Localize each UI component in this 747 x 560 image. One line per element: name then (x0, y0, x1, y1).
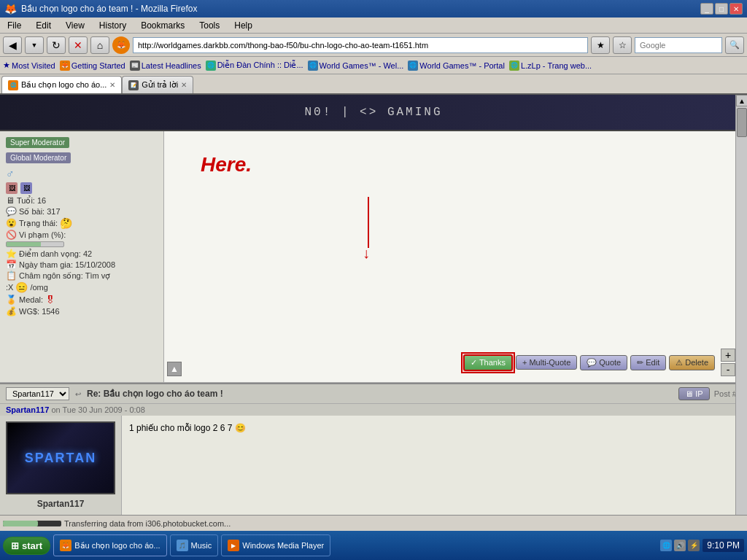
violation-fill (7, 242, 41, 246)
minimize-button[interactable]: _ (700, 3, 713, 15)
bookmark-dien-dan[interactable]: 🌐 Diễn Đàn Chính :: Diễ... (206, 61, 303, 71)
quote-icon: 💬 (587, 358, 597, 368)
bm-icon-2: 📰 (130, 61, 140, 71)
banner-text: N0! | <> GAMING (304, 106, 442, 119)
menu-help[interactable]: Help (231, 20, 255, 31)
status-text: Transferring data from i306.photobucket.… (64, 519, 231, 528)
calendar-icon: 📅 (6, 260, 17, 270)
loading-container (3, 521, 61, 526)
taskbar: ⊞ start 🦊 Bầu chọn logo cho áo... 🎵 Musi… (0, 531, 747, 560)
here-text: Here. (201, 153, 740, 176)
posts-icon: 💬 (6, 206, 17, 217)
tab-gui-tra-loi[interactable]: 📝 Gửi trả lời ✕ (122, 76, 193, 93)
tray-icon-1: 🌐 (660, 540, 672, 551)
menu-history[interactable]: History (96, 20, 129, 31)
home-button[interactable]: ⌂ (90, 36, 109, 54)
reload-button[interactable]: ↻ (47, 36, 66, 54)
tab-close-2[interactable]: ✕ (181, 81, 187, 89)
tray-icon-2: 🔊 (674, 540, 686, 551)
post-row-1: Super Moderator Global Moderator ♂ 🖼 🖼 🖥… (0, 131, 747, 383)
search-button[interactable]: 🔍 (725, 36, 744, 54)
bookmark-world-games-1[interactable]: 🌐 World Games™ - Wel... (308, 61, 404, 71)
bookmark-lzlp[interactable]: 🌐 L.zLp - Trang web... (509, 61, 592, 71)
loading-bar (3, 521, 38, 526)
bookmark-most-visited[interactable]: ★ Most Visited (3, 61, 55, 70)
tab-close-1[interactable]: ✕ (109, 81, 115, 89)
maximize-button[interactable]: □ (715, 3, 728, 15)
annotation-arrow-container: ↓ (361, 197, 370, 262)
stop-button[interactable]: ✕ (69, 36, 88, 54)
violation-bar (6, 241, 64, 247)
user-icon-2: 🖼 (20, 182, 32, 194)
status-icon: 😮 (6, 218, 17, 228)
violation-stat: 🚫 Vi phạm (%): (6, 230, 158, 240)
tray-icons: 🌐 🔊 ⚡ (660, 540, 700, 551)
search-input[interactable] (635, 37, 722, 53)
menu-bar: File Edit View History Bookmarks Tools H… (0, 18, 747, 34)
bm-icon-3: 🌐 (206, 61, 216, 71)
bookmark-getting-started[interactable]: 🦊 Getting Started (60, 61, 125, 71)
global-mod-badge: Global Moderator (6, 152, 71, 163)
minus-button[interactable]: - (721, 363, 735, 376)
menu-view[interactable]: View (63, 20, 88, 31)
post-avatar-area: SPARTAN Spartan117 (0, 416, 122, 515)
taskbar-item-firefox[interactable]: 🦊 Bầu chọn logo cho áo... (53, 534, 166, 556)
bookmarks-bar: ★ Most Visited 🦊 Getting Started 📰 Lates… (0, 57, 747, 74)
user-select[interactable]: Spartan117 (6, 387, 69, 400)
bookmark-world-games-portal[interactable]: 🌐 World Games™ - Portal (408, 61, 505, 71)
monitor-icon: 🖥 (6, 195, 15, 206)
menu-bookmarks[interactable]: Bookmarks (138, 20, 187, 31)
post-author-2[interactable]: Spartan117 (6, 405, 49, 414)
start-button[interactable]: ⊞ start (3, 537, 50, 555)
edit-button[interactable]: ✏ Edit (630, 355, 666, 370)
url-input[interactable] (133, 37, 588, 53)
honor-icon: ⭐ (6, 249, 17, 259)
post-title-2: Re: Bầu chọn logo cho áo team ! (87, 389, 223, 399)
taskbar-right: 🌐 🔊 ⚡ 9:10 PM (660, 539, 744, 552)
scroll-thumb[interactable] (737, 131, 747, 137)
menu-tools[interactable]: Tools (196, 20, 222, 31)
wg-icon: 💰 (6, 306, 17, 316)
menu-edit[interactable]: Edit (33, 20, 54, 31)
tray-icon-3: ⚡ (688, 540, 700, 551)
ip-button[interactable]: 🖥 IP (678, 387, 709, 400)
bookmark-star[interactable]: ★ (591, 36, 610, 54)
title-bar: 🦊 Bầu chọn logo cho áo team ! - Mozilla … (0, 0, 747, 18)
honor-stat: ⭐ Điểm danh vọng: 42 (6, 249, 158, 259)
tab-bau-chon[interactable]: 🌐 Bầu chọn logo cho áo... ✕ (1, 76, 122, 93)
multiquote-button[interactable]: + Multi-Quote (516, 355, 577, 370)
taskbar-item-media[interactable]: ▶ Windows Media Player (221, 534, 330, 556)
thanks-container: ✓ Thanks (463, 354, 513, 371)
bookmark-add[interactable]: ☆ (613, 36, 632, 54)
posts-stat: 💬 Số bài: 317 (6, 206, 158, 217)
close-button[interactable]: ✕ (729, 3, 743, 15)
emote-face: 😑 (15, 281, 28, 293)
quote-button[interactable]: 💬 Quote (580, 355, 627, 370)
bm-icon-1: 🦊 (60, 61, 70, 71)
status-stat: 😮 Trạng thái: 🤔 (6, 217, 158, 229)
post2-content: 1 phiếu cho mỗi logo 2 6 7 😊 (122, 416, 747, 515)
tab-icon-1: 🌐 (8, 80, 18, 90)
system-clock: 9:10 PM (703, 539, 744, 552)
page-content: N0! | <> GAMING Super Moderator Global M… (0, 95, 747, 515)
star-icon: ★ (3, 61, 10, 70)
thanks-button[interactable]: ✓ Thanks (463, 354, 513, 371)
browser-icon: 🦊 (4, 3, 17, 15)
motto-stat: 📋 Châm ngôn sống: Tìm vợ (6, 271, 158, 281)
bookmark-headlines[interactable]: 📰 Latest Headlines (130, 61, 201, 71)
user-icon-1: 🖼 (6, 182, 18, 194)
window-title: Bầu chọn logo cho áo team ! - Mozilla Fi… (21, 4, 197, 14)
plus-button[interactable]: + (721, 349, 735, 362)
post-header-2: Spartan117 ↩ Re: Bầu chọn logo cho áo te… (0, 384, 747, 404)
menu-file[interactable]: File (4, 20, 24, 31)
scrollbar[interactable]: ▲ (735, 131, 747, 383)
delete-button[interactable]: ⚠ Delete (669, 355, 715, 370)
back-button[interactable]: ◀ (3, 36, 22, 54)
collapse-btn-area: ▲ (167, 362, 182, 376)
collapse-button[interactable]: ▲ (167, 362, 182, 376)
ff-logo: 🦊 (112, 36, 130, 54)
forward-dropdown[interactable]: ▼ (25, 36, 44, 54)
taskbar-media-icon: ▶ (228, 540, 239, 551)
taskbar-item-music[interactable]: 🎵 Music (170, 534, 219, 556)
tab-bar: 🌐 Bầu chọn logo cho áo... ✕ 📝 Gửi trả lờ… (0, 74, 747, 95)
